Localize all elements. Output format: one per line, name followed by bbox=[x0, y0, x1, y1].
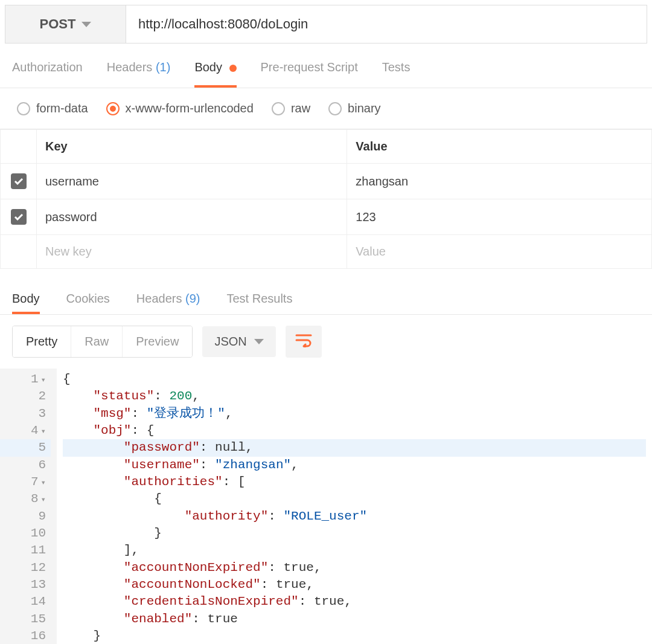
params-header-check bbox=[1, 130, 37, 164]
params-table: Key Value username zhangsan password 123… bbox=[0, 129, 652, 269]
params-header-key: Key bbox=[37, 130, 347, 164]
param-value-placeholder[interactable]: Value bbox=[347, 235, 652, 269]
tab-body[interactable]: Body bbox=[194, 60, 236, 88]
params-header-row: Key Value bbox=[1, 130, 652, 164]
request-tabs: Authorization Headers (1) Body Pre-reque… bbox=[0, 48, 652, 88]
tab-tests[interactable]: Tests bbox=[382, 60, 411, 88]
resp-tab-test-results[interactable]: Test Results bbox=[226, 292, 292, 314]
radio-form-data-label: form-data bbox=[36, 101, 88, 115]
radio-binary-label: binary bbox=[348, 101, 380, 115]
resp-tab-body[interactable]: Body bbox=[12, 292, 40, 314]
table-row: username zhangsan bbox=[1, 164, 652, 199]
param-value-cell[interactable]: zhangsan bbox=[347, 164, 652, 199]
url-input[interactable] bbox=[126, 5, 647, 43]
radio-form-data[interactable]: form-data bbox=[17, 101, 88, 115]
table-row-new: New key Value bbox=[1, 235, 652, 269]
param-key-placeholder[interactable]: New key bbox=[37, 235, 347, 269]
tab-authorization[interactable]: Authorization bbox=[12, 60, 83, 88]
chevron-down-icon bbox=[254, 339, 264, 344]
response-tabs: Body Cookies Headers (9) Test Results bbox=[0, 275, 652, 315]
view-preview-button[interactable]: Preview bbox=[122, 326, 192, 357]
table-row: password 123 bbox=[1, 199, 652, 235]
tab-headers-count: (1) bbox=[156, 60, 170, 74]
view-pretty-button[interactable]: Pretty bbox=[13, 326, 71, 357]
radio-icon bbox=[272, 102, 285, 115]
row-checkbox[interactable] bbox=[11, 209, 27, 225]
chevron-down-icon bbox=[82, 22, 91, 27]
radio-urlencoded[interactable]: x-www-form-urlencoded bbox=[106, 101, 254, 115]
view-raw-button[interactable]: Raw bbox=[71, 326, 122, 357]
body-type-selector: form-data x-www-form-urlencoded raw bina… bbox=[0, 88, 652, 129]
code-content: { "status": 200, "msg": "登录成功！", "obj": … bbox=[57, 369, 652, 644]
resp-tab-headers[interactable]: Headers (9) bbox=[136, 292, 200, 314]
radio-urlencoded-label: x-www-form-urlencoded bbox=[126, 101, 254, 115]
response-lang-label: JSON bbox=[214, 335, 246, 349]
wrap-icon bbox=[295, 333, 312, 347]
request-bar: POST bbox=[5, 5, 647, 43]
resp-tab-headers-label: Headers bbox=[136, 292, 182, 305]
wrap-lines-button[interactable] bbox=[286, 326, 322, 358]
response-body-viewer[interactable]: 1▾ 2 3 4▾ 5 6 7▾ 8▾ 9 10 11 12 13 14 15 … bbox=[0, 369, 652, 644]
radio-binary[interactable]: binary bbox=[328, 101, 380, 115]
resp-tab-cookies[interactable]: Cookies bbox=[66, 292, 110, 314]
tab-headers[interactable]: Headers (1) bbox=[107, 60, 171, 88]
radio-icon bbox=[17, 102, 30, 115]
view-mode-group: Pretty Raw Preview bbox=[12, 326, 193, 358]
param-key-cell[interactable]: username bbox=[37, 164, 347, 199]
tab-pre-request[interactable]: Pre-request Script bbox=[261, 60, 358, 88]
radio-icon bbox=[328, 102, 342, 115]
param-value-cell[interactable]: 123 bbox=[347, 199, 652, 235]
row-checkbox[interactable] bbox=[11, 173, 27, 189]
radio-icon bbox=[106, 102, 120, 115]
line-gutter: 1▾ 2 3 4▾ 5 6 7▾ 8▾ 9 10 11 12 13 14 15 … bbox=[0, 369, 57, 644]
unsaved-dot-icon bbox=[229, 65, 237, 72]
http-method-label: POST bbox=[40, 16, 76, 32]
radio-raw-label: raw bbox=[291, 101, 310, 115]
param-key-cell[interactable]: password bbox=[37, 199, 347, 235]
http-method-select[interactable]: POST bbox=[5, 5, 126, 43]
response-lang-select[interactable]: JSON bbox=[202, 326, 275, 357]
response-view-controls: Pretty Raw Preview JSON bbox=[0, 315, 652, 369]
tab-headers-label: Headers bbox=[107, 60, 153, 74]
tab-body-label: Body bbox=[194, 60, 222, 74]
radio-raw[interactable]: raw bbox=[272, 101, 310, 115]
params-header-value: Value bbox=[347, 130, 652, 164]
resp-tab-headers-count: (9) bbox=[185, 292, 200, 305]
